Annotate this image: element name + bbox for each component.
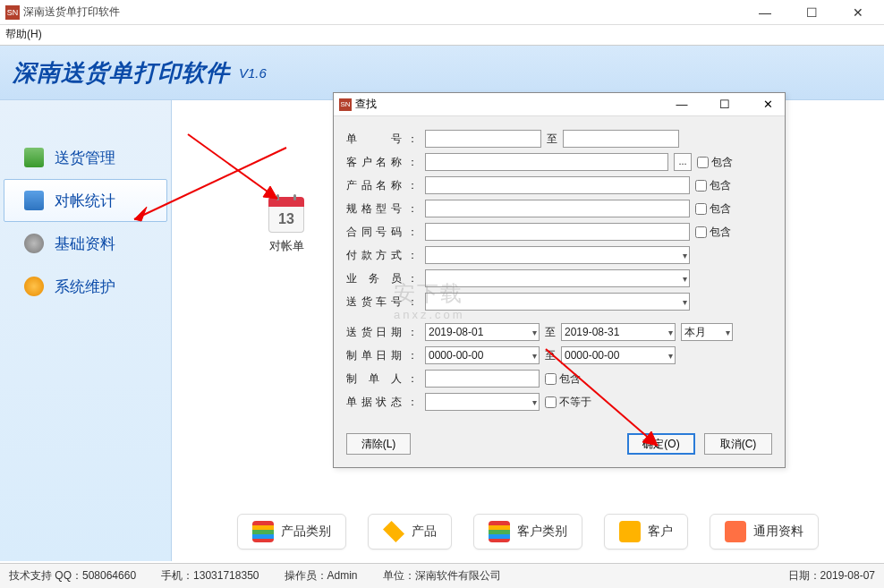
list-icon xyxy=(489,521,510,542)
maximize-button[interactable]: ☐ xyxy=(798,5,825,20)
dialog-body: 单 号： 至 客户名称： ... 包含 产品名称： 包含 规格型号： 包含 合同… xyxy=(334,116,785,424)
label-maker: 制 单 人 xyxy=(346,371,402,387)
status-operator: 操作员：Admin xyxy=(285,568,358,584)
customer-lookup-button[interactable]: ... xyxy=(674,153,692,171)
label-status: 单据状态 xyxy=(346,395,402,410)
tag-icon xyxy=(383,521,404,542)
delivery-icon xyxy=(24,148,44,167)
status-phone: 手机：13031718350 xyxy=(161,568,259,584)
contract-include-checkbox[interactable]: 包含 xyxy=(695,225,731,240)
spec-include-checkbox[interactable]: 包含 xyxy=(695,201,731,217)
calendar-icon: 13 xyxy=(268,197,304,233)
quick-customer-category[interactable]: 客户类别 xyxy=(473,514,582,550)
sidebar-item-label: 系统维护 xyxy=(55,277,115,297)
vehicle-select[interactable] xyxy=(425,293,690,311)
dialog-minimize[interactable]: — xyxy=(670,98,693,111)
label-make-date: 制单日期 xyxy=(346,348,402,363)
basic-icon xyxy=(24,234,44,253)
status-select[interactable] xyxy=(425,393,540,411)
menu-bar: 帮助(H) xyxy=(0,25,884,45)
label-payment: 付款方式 xyxy=(346,248,402,263)
sidebar-item-label: 对帐统计 xyxy=(55,191,115,211)
label-to: 至 xyxy=(545,348,556,363)
search-dialog: SN 查找 — ☐ ✕ 单 号： 至 客户名称： ... 包含 产品名称： 包含… xyxy=(333,92,786,468)
product-include-checkbox[interactable]: 包含 xyxy=(695,178,731,193)
dialog-titlebar: SN 查找 — ☐ ✕ xyxy=(334,93,785,116)
dialog-button-row: 清除(L) 确定(O) 取消(C) xyxy=(334,424,785,467)
sidebar-item-label: 基础资料 xyxy=(55,234,115,254)
salesman-select[interactable] xyxy=(425,269,690,287)
quick-product-category[interactable]: 产品类别 xyxy=(237,514,346,550)
product-input[interactable] xyxy=(425,176,690,194)
label-product: 产品名称 xyxy=(346,178,402,193)
status-date: 日期：2019-08-07 xyxy=(788,568,875,584)
label-vehicle: 送货车号 xyxy=(346,294,402,310)
date-range-preset[interactable]: 本月 xyxy=(681,323,733,341)
dialog-icon: SN xyxy=(339,98,352,111)
label-to: 至 xyxy=(547,132,557,147)
quick-toolbar: 产品类别 产品 客户类别 客户 通用资料 xyxy=(179,509,877,554)
quick-customer[interactable]: 客户 xyxy=(604,514,688,550)
sidebar-basic-data[interactable]: 基础资料 xyxy=(0,222,171,265)
status-company: 单位：深南软件有限公司 xyxy=(383,568,501,584)
status-tech: 技术支持 QQ：508064660 xyxy=(9,568,136,584)
window-title: 深南送货单打印软件 xyxy=(23,4,120,20)
app-icon: SN xyxy=(5,5,20,20)
cancel-button[interactable]: 取消(C) xyxy=(704,433,772,455)
people-icon xyxy=(619,521,641,542)
customer-input[interactable] xyxy=(425,153,668,171)
label-order-no: 单 号 xyxy=(346,132,402,147)
minimize-button[interactable]: — xyxy=(752,5,778,20)
status-bar: 技术支持 QQ：508064660 手机：13031718350 操作员：Adm… xyxy=(0,563,884,588)
label-ship-date: 送货日期 xyxy=(346,325,402,340)
payment-select[interactable] xyxy=(425,246,690,264)
label-customer: 客户名称 xyxy=(346,155,402,170)
make-date-to[interactable]: 0000-00-00 xyxy=(561,346,676,364)
status-notequal-checkbox[interactable]: 不等于 xyxy=(545,395,591,410)
sidebar-sys-maint[interactable]: 系统维护 xyxy=(0,265,171,308)
list-icon xyxy=(252,521,274,542)
clear-button[interactable]: 清除(L) xyxy=(346,433,411,455)
stats-icon xyxy=(24,191,44,210)
maker-include-checkbox[interactable]: 包含 xyxy=(545,371,581,387)
calendar-day: 13 xyxy=(268,207,304,233)
quick-general-data[interactable]: 通用资料 xyxy=(710,514,819,550)
sidebar-delivery-mgmt[interactable]: 送货管理 xyxy=(0,136,171,179)
label-spec: 规格型号 xyxy=(346,201,402,217)
customer-include-checkbox[interactable]: 包含 xyxy=(697,155,733,170)
sidebar: 送货管理 对帐统计 基础资料 系统维护 xyxy=(0,100,172,561)
sidebar-item-label: 送货管理 xyxy=(55,148,115,168)
contract-input[interactable] xyxy=(425,223,690,241)
gear-icon xyxy=(24,277,44,296)
maker-input[interactable] xyxy=(425,370,540,388)
label-to: 至 xyxy=(545,325,556,340)
quick-product[interactable]: 产品 xyxy=(368,514,452,550)
grid-icon xyxy=(725,521,746,542)
dialog-maximize[interactable]: ☐ xyxy=(713,98,736,111)
ship-date-to[interactable]: 2019-08-31 xyxy=(561,323,676,341)
reconcile-report-shortcut[interactable]: 13 对帐单 xyxy=(259,197,313,254)
label-salesman: 业 务 员 xyxy=(346,271,402,286)
make-date-from[interactable]: 0000-00-00 xyxy=(425,346,540,364)
menu-help[interactable]: 帮助(H) xyxy=(5,28,42,40)
order-from-input[interactable] xyxy=(425,130,541,148)
title-bar: SN 深南送货单打印软件 — ☐ ✕ xyxy=(0,0,884,25)
order-to-input[interactable] xyxy=(563,130,679,148)
app-version: V1.6 xyxy=(239,65,267,81)
close-button[interactable]: ✕ xyxy=(845,5,871,20)
spec-input[interactable] xyxy=(425,200,690,217)
ok-button[interactable]: 确定(O) xyxy=(627,433,695,455)
shortcut-label: 对帐单 xyxy=(259,238,313,254)
dialog-close[interactable]: ✕ xyxy=(756,98,779,111)
app-name: 深南送货单打印软件 xyxy=(13,57,230,89)
dialog-title: 查找 xyxy=(355,97,377,112)
sidebar-reconcile-stats[interactable]: 对帐统计 xyxy=(4,179,167,222)
label-contract: 合同号码 xyxy=(346,225,402,240)
ship-date-from[interactable]: 2019-08-01 xyxy=(425,323,540,341)
